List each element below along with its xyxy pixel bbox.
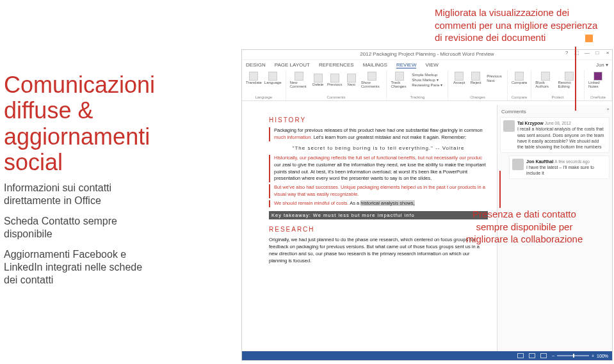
group-compare: Compare	[512, 95, 528, 99]
doc-paragraph: Historically, our packaging reflects the…	[269, 155, 488, 183]
new-comment-icon	[295, 72, 303, 81]
close-comments-icon[interactable]: ×	[606, 106, 610, 112]
compare-icon	[515, 72, 524, 81]
ribbon-tabs: DESIGN PAGE LAYOUT REFERENCES MAILINGS R…	[242, 60, 612, 70]
statusbar: − + 100%	[242, 351, 612, 360]
comment-text: I have the latest – I'll make sure to in…	[526, 165, 594, 175]
titlebar: 2012 Packaging Project Planning - Micros…	[242, 50, 612, 60]
btn-track-changes[interactable]: Track Changes	[391, 72, 408, 88]
zoom-control[interactable]: − + 100%	[552, 354, 608, 358]
btn-compare[interactable]: Compare	[512, 72, 528, 84]
restrict-editing-icon	[565, 72, 574, 81]
btn-reject[interactable]: Reject	[469, 72, 483, 84]
reject-icon	[471, 72, 480, 81]
comment-time: June 08, 2012	[545, 121, 571, 125]
view-web-icon[interactable]	[540, 353, 547, 358]
tab-mailings[interactable]: MAILINGS	[363, 62, 387, 68]
tab-references[interactable]: REFERENCES	[319, 62, 354, 68]
doc-paragraph: Packaging for previous releases of this …	[269, 127, 488, 141]
comment-author: Jon Kaufthal	[526, 159, 553, 164]
next-icon	[347, 74, 356, 83]
zoom-in-icon[interactable]: +	[592, 354, 594, 358]
doc-key-takeaway: Key takeaway: We must less but more impa…	[269, 211, 488, 219]
language-icon	[268, 72, 277, 81]
btn-show-comments[interactable]: Show Comments	[361, 72, 383, 88]
group-language: Language	[246, 95, 282, 99]
left-text-panel: Comunicazioni diffuse & aggiornamenti so…	[0, 72, 163, 287]
zoom-out-icon[interactable]: −	[552, 354, 554, 358]
doc-paragraph: But we've also had successes. Unique pac…	[269, 184, 488, 198]
doc-quote: "The secret to being boring is to tell e…	[269, 145, 488, 151]
comment-time: A few seconds ago	[554, 159, 590, 164]
avatar[interactable]	[512, 159, 524, 170]
tab-view[interactable]: VIEW	[425, 62, 438, 68]
comment-reply-card[interactable]: Jon Kaufthal A few seconds ago I have th…	[509, 155, 610, 180]
view-print-icon[interactable]	[529, 353, 535, 358]
close-icon[interactable]: ×	[604, 50, 611, 56]
zoom-value: 100%	[597, 354, 608, 358]
btn-new-comment[interactable]: New Comment	[290, 72, 309, 88]
reviewing-pane-dropdown[interactable]: Reviewing Pane ▾	[410, 83, 444, 87]
btn-prev-change[interactable]: Previous	[485, 74, 503, 78]
onenote-icon	[594, 72, 602, 81]
slide-sub-3: Aggiornamenti Facebook e LinkedIn integr…	[4, 248, 157, 287]
comment-text: I recall a historical analysis of the co…	[517, 127, 604, 148]
markup-dropdown[interactable]: Simple Markup	[410, 73, 444, 77]
tab-design[interactable]: DESIGN	[246, 62, 266, 68]
word-window: 2012 Packaging Project Planning - Micros…	[241, 49, 613, 361]
doc-paragraph: Originally, we had just planned to do th…	[269, 237, 488, 265]
callout-line-right	[499, 171, 501, 208]
doc-heading-history: HISTORY	[269, 116, 488, 123]
group-changes: Changes	[452, 95, 503, 99]
view-read-icon[interactable]	[517, 353, 524, 358]
block-authors-icon	[541, 72, 550, 81]
btn-accept[interactable]: Accept	[452, 72, 466, 84]
accept-icon	[455, 72, 464, 81]
document-body[interactable]: HISTORY Packaging for previous releases …	[242, 105, 497, 351]
avatar[interactable]	[503, 120, 515, 132]
btn-next-comment[interactable]: Next	[344, 74, 359, 86]
previous-icon	[330, 74, 339, 83]
help-icon[interactable]: ?	[563, 50, 570, 56]
tab-page-layout[interactable]: PAGE LAYOUT	[275, 62, 310, 68]
window-title: 2012 Packaging Project Planning - Micros…	[360, 51, 494, 57]
group-comments: Comments	[290, 95, 383, 99]
slide-title: Comunicazioni diffuse & aggiornamenti so…	[4, 72, 157, 175]
track-changes-icon	[395, 72, 404, 81]
btn-delete-comment[interactable]: Delete	[311, 74, 325, 86]
ribbon: Translate Language Language New Comment …	[242, 70, 612, 101]
zoom-slider[interactable]	[557, 355, 589, 356]
group-tracking: Tracking	[391, 95, 444, 99]
tab-review[interactable]: REVIEW	[396, 62, 417, 68]
btn-language[interactable]: Language	[264, 72, 282, 84]
comments-pane-title: Comments	[500, 107, 610, 117]
account-name[interactable]: Jon ▾	[596, 62, 608, 68]
btn-block-authors[interactable]: Block Authors	[535, 72, 555, 88]
btn-restrict-editing[interactable]: Restrict Editing	[558, 72, 580, 88]
doc-paragraph: We should remain mindful of costs. As a …	[269, 200, 488, 207]
comment-card[interactable]: Tal Krzypow June 08, 2012 I recall a his…	[500, 117, 610, 153]
btn-next-change[interactable]: Next	[485, 79, 503, 83]
delete-icon	[314, 74, 323, 83]
show-comments-icon	[368, 72, 376, 81]
callout-top: Migliorata la visualizzazione dei commen…	[435, 6, 601, 44]
group-protect: Protect	[535, 95, 580, 99]
callout-right: Presenza e dati contatto sempre disponib…	[460, 208, 588, 246]
doc-heading-research: RESEARCH	[269, 226, 488, 233]
btn-linked-notes[interactable]: Linked Notes	[588, 72, 608, 88]
btn-translate[interactable]: Translate	[246, 72, 262, 84]
group-onenote: OneNote	[588, 95, 608, 99]
maximize-icon[interactable]: □	[594, 50, 601, 56]
slide-sub-1: Informazioni sui contatti direttamente i…	[4, 182, 157, 207]
decorative-square	[585, 35, 593, 42]
slide-sub-2: Scheda Contatto sempre disponibile	[4, 215, 157, 241]
show-markup-dropdown[interactable]: Show Markup ▾	[410, 77, 444, 82]
callout-line-top	[575, 47, 576, 111]
translate-icon	[249, 72, 258, 81]
minimize-icon[interactable]: —	[584, 50, 590, 56]
comment-author: Tal Krzypow	[517, 121, 544, 125]
btn-prev-comment[interactable]: Previous	[328, 74, 342, 86]
